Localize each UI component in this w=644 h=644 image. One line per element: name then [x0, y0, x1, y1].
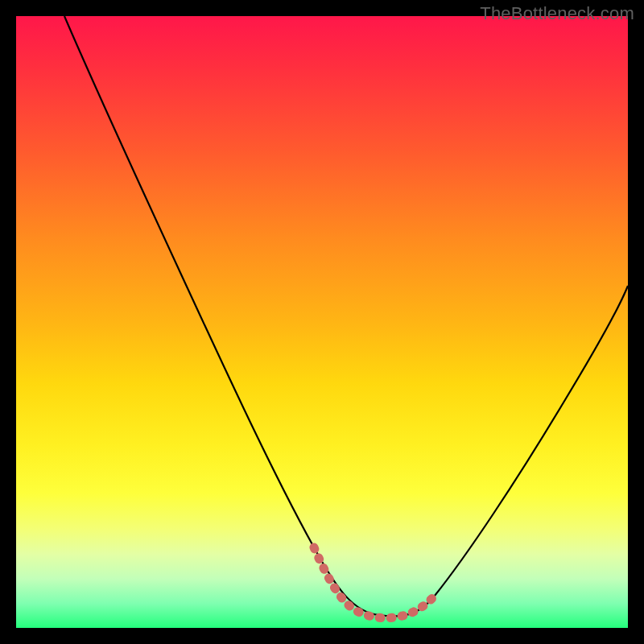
optimal-band-marker — [314, 547, 435, 618]
bottleneck-curve — [64, 16, 628, 616]
watermark-text: TheBottleneck.com — [480, 3, 634, 24]
chart-frame: TheBottleneck.com — [0, 0, 644, 644]
plot-area — [16, 16, 628, 628]
curve-layer — [16, 16, 628, 628]
